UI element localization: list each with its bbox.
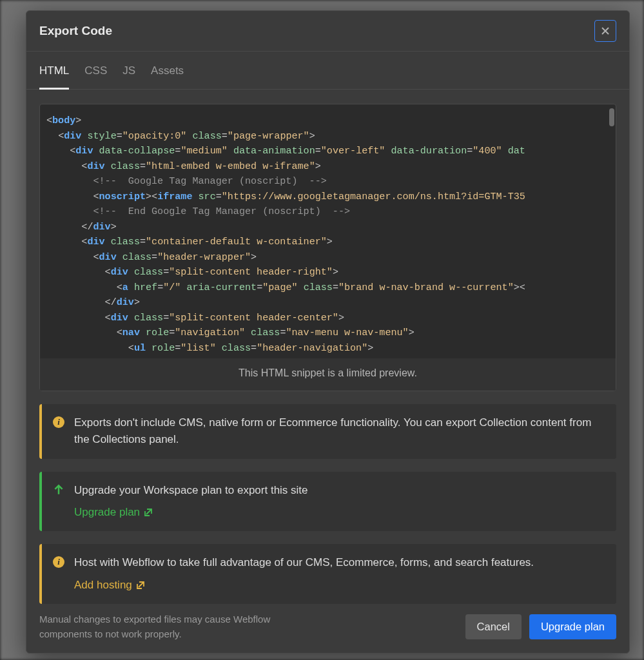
tab-css[interactable]: CSS [84,55,107,90]
close-button[interactable] [594,20,616,42]
tab-html[interactable]: HTML [39,55,69,90]
notice-upgrade-text: Upgrade your Workspace plan to export th… [74,482,308,499]
code-preview: <body> <div style="opacity:0" class="pag… [39,104,616,391]
modal-content: <body> <div style="opacity:0" class="pag… [26,90,629,605]
export-code-modal: Export Code HTML CSS JS Assets <body> <d… [26,10,630,654]
tab-js[interactable]: JS [122,55,135,90]
notice-hosting-text: Host with Webflow to take full advantage… [74,554,534,571]
external-link-icon [136,581,145,590]
notice-upgrade: Upgrade your Workspace plan to export th… [39,472,616,532]
notice-cms: i Exports don't include CMS, native form… [39,404,616,459]
footer-note: Manual changes to exported files may cau… [39,612,317,641]
modal-footer: Manual changes to exported files may cau… [26,605,629,653]
code-text[interactable]: <body> <div style="opacity:0" class="pag… [40,104,616,358]
notice-hosting: i Host with Webflow to take full advanta… [39,544,616,604]
tab-bar: HTML CSS JS Assets [26,55,629,90]
add-hosting-link[interactable]: Add hosting [74,577,145,594]
arrow-up-icon [52,483,65,496]
modal-title: Export Code [39,24,112,38]
upgrade-plan-link-label: Upgrade plan [74,504,140,521]
upgrade-plan-button[interactable]: Upgrade plan [529,614,616,639]
upgrade-plan-link[interactable]: Upgrade plan [74,504,153,521]
notice-cms-text: Exports don't include CMS, native form o… [74,414,605,449]
cancel-button[interactable]: Cancel [465,614,522,639]
scrollbar[interactable] [609,108,614,126]
modal-header: Export Code [26,11,629,52]
close-icon [600,26,610,36]
info-icon: i [52,416,65,429]
tab-assets[interactable]: Assets [151,55,184,90]
add-hosting-link-label: Add hosting [74,577,132,594]
code-preview-note: This HTML snippet is a limited preview. [40,358,616,391]
footer-actions: Cancel Upgrade plan [465,614,616,639]
info-icon: i [52,556,65,568]
external-link-icon [144,508,153,517]
